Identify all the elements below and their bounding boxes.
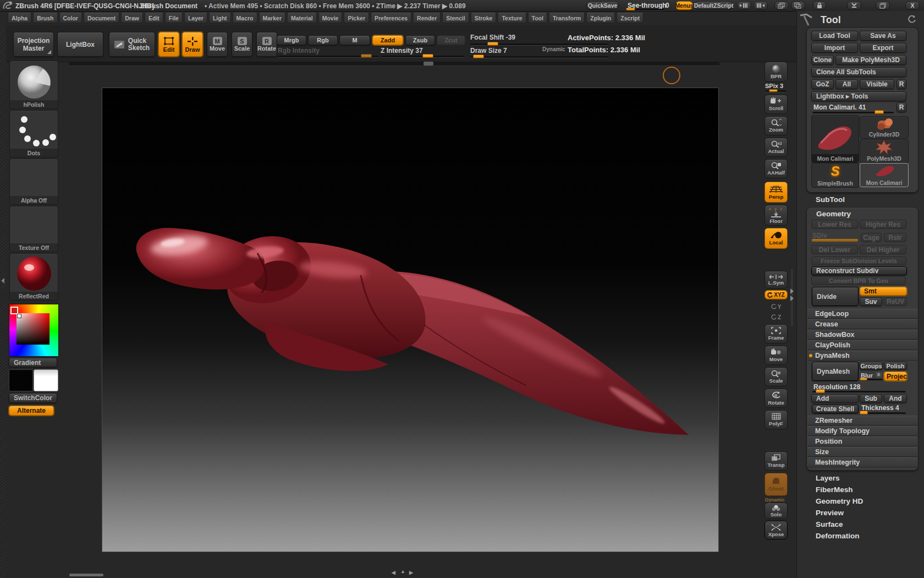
- current-material-thumb[interactable]: ReflectRed: [9, 253, 58, 301]
- left-tray-collapse-arrow[interactable]: [1, 278, 4, 283]
- doc-nav-right-arrow[interactable]: ▶: [409, 570, 413, 575]
- cage-button[interactable]: Cage: [861, 233, 882, 242]
- cylinder3d-thumb[interactable]: Cylinder3D: [860, 116, 909, 139]
- gradient-button[interactable]: Gradient: [9, 358, 57, 367]
- geometry-hd-section-header[interactable]: Geometry HD: [816, 497, 863, 505]
- goz-all-button[interactable]: All: [835, 79, 858, 89]
- shadowbox-subsection[interactable]: ShadowBox: [807, 330, 917, 340]
- lsym-button[interactable]: L.Sym: [765, 271, 788, 288]
- see-through-slider-knob[interactable]: [626, 8, 635, 10]
- zadd-button[interactable]: Zadd: [372, 35, 403, 45]
- current-stroke-thumb[interactable]: Dots: [9, 110, 58, 157]
- draw-size-knob[interactable]: [473, 54, 484, 58]
- suv-button[interactable]: Suv: [860, 297, 882, 306]
- tool-reset-icon[interactable]: [908, 15, 916, 24]
- dynamesh-subsection[interactable]: DynaMesh: [807, 351, 917, 361]
- polymesh3d-thumb[interactable]: PolyMesh3D: [860, 139, 909, 163]
- dynamesh-project-button[interactable]: Project: [884, 372, 907, 381]
- dynamesh-add-button[interactable]: Add: [811, 394, 859, 403]
- move-doc-button[interactable]: Move: [765, 346, 788, 365]
- zcut-button[interactable]: Zcut: [437, 35, 465, 45]
- modify-topology-subsection[interactable]: Modify Topology: [807, 426, 917, 436]
- menu-zplugin[interactable]: Zplugin: [586, 13, 615, 23]
- hue-selector-marker[interactable]: [10, 307, 18, 314]
- right-tray-collapse-arrow-2[interactable]: [790, 296, 794, 301]
- rstr-button[interactable]: Rstr: [884, 233, 906, 242]
- del-higher-button[interactable]: Del Higher: [860, 245, 906, 254]
- higher-res-button[interactable]: Higher Res: [860, 220, 906, 229]
- goz-button[interactable]: GoZ: [811, 79, 834, 89]
- collapse-right-tray-icon[interactable]: [754, 1, 768, 10]
- fibermesh-section-header[interactable]: FiberMesh: [816, 486, 853, 494]
- bpr-render-button[interactable]: BPR: [765, 62, 788, 82]
- freeze-subdivision-button[interactable]: Freeze SubDivision Levels: [811, 257, 906, 265]
- sv-selector-marker[interactable]: [17, 314, 21, 318]
- solo-button[interactable]: Solo: [765, 503, 788, 519]
- del-lower-button[interactable]: Del Lower: [811, 245, 858, 254]
- active-tool-knob[interactable]: [875, 110, 884, 114]
- m-button[interactable]: M: [339, 35, 370, 45]
- rgb-button[interactable]: Rgb: [308, 35, 338, 45]
- ghost-button[interactable]: Ghost: [765, 473, 788, 496]
- color-picker-sv-square[interactable]: [16, 313, 50, 345]
- rotate-mode-button[interactable]: R Rotate: [256, 32, 277, 57]
- zremesher-subsection[interactable]: ZRemesher: [807, 416, 917, 426]
- frame-button[interactable]: Frame: [765, 324, 788, 343]
- load-tool-button[interactable]: Load Tool: [811, 31, 858, 41]
- menu-render[interactable]: Render: [413, 13, 441, 23]
- import-button[interactable]: Import: [811, 43, 858, 53]
- cascade-windows-right-icon[interactable]: [791, 1, 805, 10]
- menu-transform[interactable]: Transform: [549, 13, 585, 23]
- clone-button[interactable]: Clone: [811, 55, 834, 65]
- menu-brush[interactable]: Brush: [33, 13, 57, 23]
- sdiv-slider[interactable]: [812, 239, 858, 242]
- surface-section-header[interactable]: Surface: [816, 520, 843, 528]
- lock-icon[interactable]: [813, 1, 826, 10]
- save-as-button[interactable]: Save As: [860, 31, 906, 41]
- meshintegrity-subsection[interactable]: MeshIntegrity: [807, 457, 917, 467]
- recent-tool-thumb[interactable]: Mon Calimari: [860, 163, 909, 187]
- z-intensity-knob[interactable]: [422, 54, 433, 58]
- restore-window-icon[interactable]: [876, 1, 890, 10]
- dynamesh-button[interactable]: DynaMesh: [812, 362, 859, 381]
- secondary-color-swatch[interactable]: [34, 369, 58, 391]
- menu-stroke[interactable]: Stroke: [471, 13, 497, 23]
- thickness-knob[interactable]: [860, 411, 868, 415]
- main-color-swatch[interactable]: [9, 369, 33, 391]
- menu-macro[interactable]: Macro: [233, 13, 257, 23]
- menu-preferences[interactable]: Preferences: [371, 13, 411, 23]
- size-subsection[interactable]: Size: [807, 447, 917, 457]
- left-tray-divider[interactable]: [0, 25, 6, 578]
- edgeloop-subsection[interactable]: EdgeLoop: [807, 309, 917, 319]
- clone-all-subtools-button[interactable]: Clone All SubTools: [811, 67, 906, 77]
- menu-marker[interactable]: Marker: [259, 13, 285, 23]
- default-zscript-button[interactable]: DefaultZScript: [695, 1, 733, 10]
- menu-picker[interactable]: Picker: [344, 13, 369, 23]
- zsub-button[interactable]: Zsub: [405, 35, 435, 45]
- document-canvas[interactable]: [102, 88, 718, 552]
- polyframe-button[interactable]: PolyF: [765, 410, 788, 429]
- menu-zscript[interactable]: Zscript: [617, 13, 644, 23]
- menu-material[interactable]: Material: [287, 13, 317, 23]
- document-scroll-handle[interactable]: [424, 62, 433, 66]
- active-tool-thumb[interactable]: Mon Calimari: [811, 115, 859, 163]
- menus-toggle-button[interactable]: Menus: [675, 1, 693, 10]
- local-button[interactable]: Local: [765, 228, 788, 249]
- subtool-section-header[interactable]: SubTool: [816, 195, 845, 204]
- reuv-button[interactable]: ReUV: [884, 297, 907, 306]
- persp-button[interactable]: Persp: [765, 182, 788, 203]
- right-tray-collapse-arrow-1[interactable]: [790, 288, 794, 294]
- tool-r-button[interactable]: R: [897, 102, 906, 112]
- rotate-y-button[interactable]: Y: [765, 302, 788, 312]
- doc-nav-up-arrow[interactable]: ▲: [400, 569, 405, 574]
- spix-knob[interactable]: [769, 89, 778, 92]
- switch-color-button[interactable]: SwitchColor: [9, 393, 57, 403]
- menu-alpha[interactable]: Alpha: [8, 13, 31, 23]
- menu-file[interactable]: File: [165, 13, 183, 23]
- lightbox-tools-button[interactable]: Lightbox ▸ Tools: [811, 91, 906, 101]
- rgb-intensity-knob[interactable]: [361, 54, 372, 58]
- convert-bpr-button[interactable]: Convert BPR To Geo: [811, 276, 906, 285]
- create-shell-button[interactable]: Create Shell: [812, 405, 859, 413]
- smt-button[interactable]: Smt: [860, 287, 907, 296]
- move-mode-button[interactable]: M Move: [207, 32, 228, 57]
